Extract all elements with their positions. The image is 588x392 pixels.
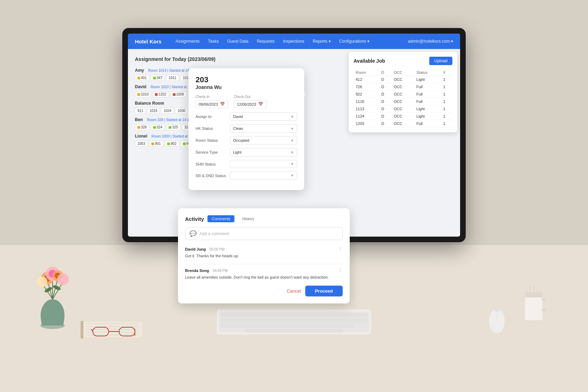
svg-rect-33	[220, 324, 354, 328]
list-item[interactable]: 1024	[161, 108, 174, 114]
job-room: 922	[354, 91, 379, 98]
list-item[interactable]: 401	[135, 75, 149, 81]
amy-name: Amy	[135, 68, 144, 73]
room-detail-modal: 203 Joanna Wu Check-In 09/06/2023 📅 Chec…	[189, 68, 304, 190]
job-room: 1113	[354, 105, 379, 113]
nav-admin[interactable]: admin@hotelkors.com ▾	[408, 39, 453, 44]
comment-input-area[interactable]: 💬 Add a comment	[185, 227, 343, 240]
job-status: Full	[414, 98, 441, 105]
nav-tasks[interactable]: Tasks	[208, 39, 219, 44]
list-item[interactable]: 347	[151, 75, 165, 81]
job-room: 1110	[354, 98, 379, 105]
comment-icon: 💬	[190, 230, 197, 237]
list-item[interactable]: 1030	[175, 108, 188, 114]
assign-to-select[interactable]: David ▼	[230, 112, 297, 121]
cancel-button[interactable]: Cancel	[287, 286, 301, 296]
list-item[interactable]: 1010	[135, 91, 151, 97]
nav-inspections[interactable]: Inspections	[283, 39, 305, 44]
nav-bar: Hotel Kors Assignments Tasks Guest Data …	[128, 34, 460, 49]
hk-status-value: Clean	[233, 126, 243, 131]
table-row[interactable]: 1110 D OCC Full 1	[354, 98, 452, 105]
nav-requests[interactable]: Requests	[257, 39, 275, 44]
job-occ: OCC	[392, 91, 415, 98]
upload-button[interactable]: Upload	[429, 57, 452, 65]
chevron-down-icon: ▼	[290, 115, 294, 119]
job-d: D	[379, 98, 391, 105]
col-status: Status	[414, 69, 441, 76]
svg-rect-39	[525, 292, 542, 298]
nav-assignments[interactable]: Assignments	[176, 39, 200, 44]
job-occ: OCC	[392, 113, 415, 120]
list-item[interactable]: 325	[166, 124, 180, 130]
service-type-label: Service Type	[196, 150, 227, 154]
job-count: 1	[441, 83, 452, 91]
room-status-value: Occupied	[233, 138, 249, 142]
job-table: Room D OCC Status # 412 D OCC Light 1	[354, 69, 452, 127]
hk-status-select[interactable]: Clean ▼	[230, 124, 297, 133]
svg-rect-31	[220, 313, 368, 317]
comment-text-2: Leave all amenities outside. Don't ring …	[185, 274, 343, 280]
nav-configurations[interactable]: Configurations ▾	[339, 39, 370, 44]
job-count: 1	[441, 120, 452, 127]
chevron-down-icon-3: ▼	[290, 139, 294, 142]
comment-author-2: Brenda Song	[185, 268, 209, 273]
job-room: 412	[354, 76, 379, 83]
table-row[interactable]: 726 D OCC Full 1	[354, 83, 452, 91]
david-name: David	[135, 84, 146, 89]
job-d: D	[379, 105, 391, 113]
svg-point-37	[494, 308, 500, 312]
job-d: D	[379, 113, 391, 120]
list-item[interactable]: 1003	[135, 141, 148, 147]
job-status: Light	[414, 113, 441, 120]
activity-title: Activity	[185, 216, 204, 222]
job-status: Light	[414, 76, 441, 83]
list-item[interactable]: 328	[135, 124, 149, 130]
comment-brenda: Brenda Song 04:58 PM ⋮ Leave all ameniti…	[185, 267, 343, 280]
table-row[interactable]: 1203 D OCC Full 1	[354, 120, 452, 127]
list-item[interactable]: 901	[149, 141, 163, 147]
table-row[interactable]: 922 D OCC Full 1	[354, 91, 452, 98]
table-row[interactable]: 412 D OCC Light 1	[354, 76, 452, 83]
svg-point-15	[52, 284, 61, 291]
guest-name: Joanna Wu	[196, 84, 297, 90]
job-occ: OCC	[392, 120, 415, 127]
comment-time-1: 05:00 PM	[210, 247, 225, 251]
available-job-title: Available Job	[354, 58, 385, 64]
comment-placeholder: Add a comment	[199, 231, 229, 236]
list-item[interactable]: 1011	[166, 75, 179, 81]
list-item[interactable]: 1008	[170, 91, 186, 97]
calendar-icon: 📅	[220, 102, 225, 106]
service-type-select[interactable]: Light ▼	[230, 148, 297, 156]
job-d: D	[379, 91, 391, 98]
job-count: 1	[441, 98, 452, 105]
job-count: 1	[441, 113, 452, 120]
tab-history[interactable]: History	[238, 215, 258, 222]
tab-comments[interactable]: Comments	[207, 215, 234, 222]
checkin-value: 09/06/2023	[199, 102, 218, 106]
checkin-input[interactable]: 09/06/2023 📅	[196, 100, 228, 108]
sr-dnd-select[interactable]: ▼	[230, 172, 297, 180]
ben-room-info: Room 328 | Started at 14:11	[147, 118, 191, 122]
table-row[interactable]: 1113 D OCC Light 1	[354, 105, 452, 113]
list-item[interactable]: 324	[151, 124, 165, 130]
list-item[interactable]: 911	[135, 108, 146, 114]
list-item[interactable]: 1202	[152, 91, 169, 97]
room-status-label: Room Status	[196, 138, 227, 142]
col-d: D	[379, 69, 391, 76]
service-type-value: Light	[233, 150, 241, 154]
list-item[interactable]: 902	[165, 141, 179, 147]
room-status-select[interactable]: Occupied ▼	[230, 136, 297, 145]
list-item[interactable]: 1019	[147, 108, 160, 114]
col-count: #	[441, 69, 452, 76]
job-room: 1124	[354, 113, 379, 120]
sr-dnd-label: SR & DND Status	[196, 174, 227, 178]
nav-reports[interactable]: Reports ▾	[313, 39, 330, 44]
nav-guest-data[interactable]: Guest Data	[227, 39, 248, 44]
shn-status-select[interactable]: ▼	[230, 160, 297, 168]
more-options-icon-1[interactable]: ⋮	[338, 246, 343, 251]
comment-time-2: 04:58 PM	[213, 269, 228, 273]
proceed-button[interactable]: Proceed	[305, 286, 343, 296]
checkout-input[interactable]: 12/06/2023 📅	[234, 100, 266, 108]
more-options-icon-2[interactable]: ⋮	[338, 267, 343, 273]
table-row[interactable]: 1124 D OCC Light 1	[354, 113, 452, 120]
